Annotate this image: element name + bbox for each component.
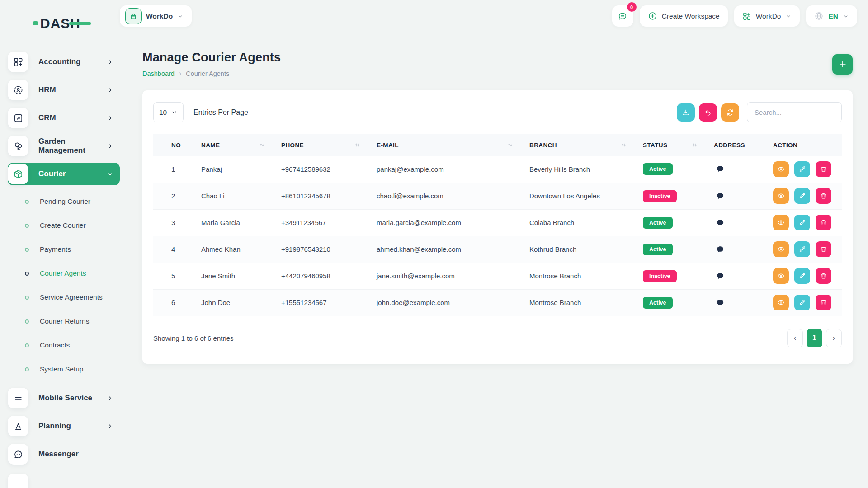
edit-button[interactable] xyxy=(794,268,810,284)
table-body: 1 Pankaj +967412589632 pankaj@example.co… xyxy=(153,156,842,316)
pencil-icon xyxy=(798,192,806,200)
sidebar-subitem-pending-courier[interactable]: Pending Courier xyxy=(25,192,120,211)
pencil-icon xyxy=(798,272,806,280)
sidebar-item-courier[interactable]: Courier xyxy=(8,163,120,185)
sidebar-item-planning[interactable]: Planning xyxy=(8,415,120,437)
header-email[interactable]: E-MAIL xyxy=(369,134,522,156)
workdo-apps-menu[interactable]: WorkDo xyxy=(734,5,800,27)
address-message-button[interactable] xyxy=(714,243,726,256)
cell-email: chao.li@example.com xyxy=(369,183,522,209)
create-workspace-button[interactable]: Create Workspace xyxy=(640,5,728,27)
workspace-switcher[interactable]: WorkDo xyxy=(120,5,192,27)
view-button[interactable] xyxy=(773,295,789,310)
sort-icon[interactable] xyxy=(621,142,627,148)
address-message-button[interactable] xyxy=(714,190,726,202)
eye-icon xyxy=(777,219,785,226)
sidebar-subitem-service-agreements[interactable]: Service Agreements xyxy=(25,288,120,306)
sidebar-item-label: Garden Management xyxy=(38,137,107,155)
language-selector[interactable]: EN xyxy=(806,5,857,27)
sidebar-subitem-system-setup[interactable]: System Setup xyxy=(25,360,120,378)
delete-button[interactable] xyxy=(816,241,831,257)
cell-phone: +861012345678 xyxy=(274,183,369,209)
notification-badge: 0 xyxy=(627,2,637,12)
entries-per-page-select[interactable]: 10 xyxy=(153,102,184,122)
view-button[interactable] xyxy=(773,215,789,230)
address-message-button[interactable] xyxy=(714,296,726,309)
dash-logo[interactable]: DASH xyxy=(33,14,100,33)
header-branch[interactable]: BRANCH xyxy=(522,134,636,156)
sidebar-subitem-create-courier[interactable]: Create Courier xyxy=(25,216,120,235)
eye-icon xyxy=(777,165,785,173)
edit-button[interactable] xyxy=(794,215,810,230)
chevron-right-icon xyxy=(107,87,113,94)
sidebar-subitem-courier-agents[interactable]: Courier Agents xyxy=(25,264,120,282)
header-phone[interactable]: PHONE xyxy=(274,134,369,156)
messages-button[interactable]: 0 xyxy=(612,5,633,27)
cell-status: Active xyxy=(636,289,707,316)
sidebar-item-accounting[interactable]: Accounting xyxy=(8,51,120,73)
trash-icon xyxy=(820,165,827,173)
search-input[interactable] xyxy=(747,102,842,122)
sidebar-item-hrm[interactable]: HRM xyxy=(8,79,120,101)
cell-status: Active xyxy=(636,156,707,183)
sort-icon[interactable] xyxy=(354,142,360,148)
header-name[interactable]: NAME xyxy=(194,134,274,156)
sidebar-subitem-payments[interactable]: Payments xyxy=(25,240,120,258)
breadcrumb-dashboard-link[interactable]: Dashboard xyxy=(142,70,175,77)
agents-table: NO NAME PHONE E-MAIL BRANCH STATUS xyxy=(153,134,842,316)
trash-icon xyxy=(820,219,827,226)
sidebar-item-garden-management[interactable]: Garden Management xyxy=(8,135,120,157)
cell-action xyxy=(766,183,842,209)
sidebar-item-crm[interactable]: CRM xyxy=(8,107,120,129)
cell-branch: Beverly Hills Branch xyxy=(522,156,636,183)
message-bubble-icon xyxy=(716,245,725,254)
address-message-button[interactable] xyxy=(714,270,726,282)
cell-name: Jane Smith xyxy=(194,263,274,289)
delete-button[interactable] xyxy=(816,295,831,310)
reset-button[interactable] xyxy=(699,103,717,122)
sidebar-subitem-courier-returns[interactable]: Courier Returns xyxy=(25,312,120,330)
address-message-button[interactable] xyxy=(714,163,726,175)
chevron-down-icon xyxy=(171,109,178,116)
sidebar-subitem-contracts[interactable]: Contracts xyxy=(25,336,120,354)
trash-icon xyxy=(820,272,827,280)
cell-action xyxy=(766,263,842,289)
bullet-icon xyxy=(25,248,29,252)
cell-branch: Kothrud Branch xyxy=(522,236,636,263)
cell-address xyxy=(707,209,766,236)
sidebar-item-messenger[interactable]: Messenger xyxy=(8,443,120,465)
message-bubble-icon xyxy=(716,298,725,307)
address-message-button[interactable] xyxy=(714,216,726,229)
export-button[interactable] xyxy=(677,103,695,122)
edit-button[interactable] xyxy=(794,161,810,177)
view-button[interactable] xyxy=(773,161,789,177)
sort-icon[interactable] xyxy=(259,142,265,148)
cell-name: Maria Garcia xyxy=(194,209,274,236)
prev-page-button[interactable]: ‹ xyxy=(787,329,803,347)
next-page-button[interactable]: › xyxy=(826,329,842,347)
edit-button[interactable] xyxy=(794,295,810,310)
view-button[interactable] xyxy=(773,268,789,284)
edit-button[interactable] xyxy=(794,188,810,204)
chevron-right-icon xyxy=(107,395,113,402)
sidebar-item-mobile-service[interactable]: Mobile Service xyxy=(8,387,120,409)
edit-button[interactable] xyxy=(794,241,810,257)
sidebar-item-label: Accounting xyxy=(38,57,107,66)
sort-icon[interactable] xyxy=(507,142,513,148)
header-status[interactable]: STATUS xyxy=(636,134,707,156)
delete-button[interactable] xyxy=(816,215,831,230)
add-agent-button[interactable] xyxy=(832,54,853,75)
status-badge: Inactive xyxy=(643,270,677,282)
view-button[interactable] xyxy=(773,188,789,204)
view-button[interactable] xyxy=(773,241,789,257)
delete-button[interactable] xyxy=(816,161,831,177)
chevron-right-icon xyxy=(107,115,113,122)
delete-button[interactable] xyxy=(816,268,831,284)
sidebar-item-partial[interactable] xyxy=(8,473,120,488)
delete-button[interactable] xyxy=(816,188,831,204)
page-1-button[interactable]: 1 xyxy=(807,329,822,347)
reload-button[interactable] xyxy=(721,103,739,122)
chat-bubble-icon xyxy=(618,11,627,21)
sort-icon[interactable] xyxy=(692,142,698,148)
trash-icon xyxy=(820,192,827,200)
